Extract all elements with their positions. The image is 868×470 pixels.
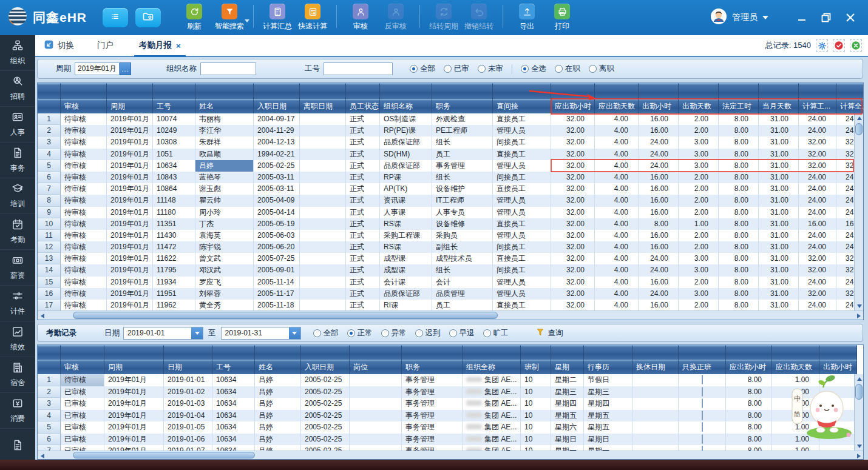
cell-周期[interactable]: 2019年01月 [104, 434, 164, 446]
cell-应出勤小时[interactable]: 32.00 [551, 277, 595, 288]
cell-应出勤小时[interactable]: 32.00 [551, 288, 595, 300]
cell-工号[interactable]: 11351 [153, 218, 195, 230]
cell-星期[interactable]: 星期二 [551, 374, 584, 386]
cell-应出勤天数[interactable]: 4.00 [595, 207, 639, 218]
cell-星期[interactable]: 星期四 [551, 398, 584, 410]
cell-应出勤天数[interactable]: 4.00 [595, 230, 639, 241]
cell-出勤天数[interactable]: 2.00 [679, 277, 719, 288]
cell-组织全称[interactable]: 集团 AE... [463, 421, 521, 434]
row-number[interactable]: 5 [38, 421, 61, 434]
column-header-姓名[interactable]: 姓名 [195, 99, 254, 113]
cell-出勤天数[interactable]: 2.00 [679, 125, 719, 136]
cell-出勤小时[interactable]: 24.00 [639, 288, 679, 300]
cell-姓名[interactable]: 韦丽梅 [195, 113, 254, 125]
cell-应出勤天数[interactable]: 1.00 [772, 434, 819, 446]
cell-工号[interactable]: 11934 [153, 277, 195, 288]
cell-离职日期[interactable] [300, 195, 346, 206]
cell-应出勤小时[interactable]: 32.00 [551, 172, 595, 183]
cell-职务[interactable]: 人事专员 [432, 207, 493, 218]
cell-出勤天数[interactable]: 1.00 [679, 218, 719, 230]
cell-应出勤小时[interactable]: 32.00 [551, 300, 595, 311]
cell-应出勤天数[interactable]: 1.00 [772, 374, 819, 386]
cell-只换正班[interactable] [679, 410, 726, 422]
table2-hscroll-thumb[interactable] [73, 452, 255, 458]
cell-出勤天数[interactable]: 3.00 [679, 288, 719, 300]
cell-审核[interactable]: 待审核 [61, 183, 107, 195]
cell-工号[interactable]: 10634 [212, 410, 255, 422]
cell-姓名[interactable]: 瞿云帅 [195, 195, 254, 206]
cell-离职日期[interactable] [300, 172, 346, 183]
table-row[interactable]: 6待审核2019年01月10843蓝艳琴2005-03-11正式RP课组长间接员… [38, 172, 863, 183]
cell-姓名[interactable]: 蓝艳琴 [195, 172, 254, 183]
cell-当月天数[interactable]: 31.00 [759, 160, 799, 172]
cell-行事历[interactable]: 星期五 [584, 421, 632, 434]
cell-工号[interactable]: 11430 [153, 230, 195, 241]
cell-周期[interactable]: 2019年01月 [107, 113, 153, 125]
cell-当月天数[interactable]: 31.00 [759, 207, 799, 218]
cell-入职日期[interactable]: 2005-02-25 [301, 434, 350, 446]
cell-出勤小时[interactable]: 24.00 [639, 264, 679, 276]
cell-应出勤天数[interactable]: 4.00 [595, 113, 639, 125]
cell-法定工时[interactable]: 8.00 [719, 300, 759, 311]
cell-入职日期[interactable]: 2005-04-14 [254, 207, 300, 218]
cell-出勤小时[interactable]: 16.00 [639, 125, 679, 136]
cell-组织全称[interactable]: 集团 AE... [463, 434, 521, 446]
cell-只换正班[interactable] [679, 421, 726, 434]
cell-出勤天数[interactable]: 2.00 [679, 183, 719, 195]
cell-员工状态[interactable]: 正式 [346, 160, 380, 172]
cell-日期[interactable]: 2019-01-03 [164, 398, 212, 410]
column-header-审核[interactable]: 审核 [61, 99, 107, 113]
cell-审核[interactable]: 待审核 [61, 195, 107, 206]
cell-组织名称[interactable]: RS课 [380, 241, 432, 253]
column-header-班制[interactable]: 班制 [521, 360, 551, 374]
cell-组织名称[interactable]: 采购工程课 [380, 230, 432, 241]
cell-周期[interactable]: 2019年01月 [107, 218, 153, 230]
folder-settings-button[interactable] [135, 8, 161, 27]
swap-shift-checkbox[interactable] [702, 434, 703, 444]
sidebar-item-attendance[interactable]: 考勤 [0, 214, 35, 250]
cell-审核[interactable]: 待审核 [61, 136, 107, 148]
cell-周期[interactable]: 2019年01月 [107, 277, 153, 288]
row-number[interactable]: 4 [38, 410, 61, 422]
cell-姓名[interactable]: 袁海英 [195, 230, 254, 241]
scroll-up-icon[interactable] [855, 374, 864, 383]
cell-职务[interactable]: 事务管理 [432, 160, 493, 172]
cell-当月天数[interactable]: 31.00 [759, 218, 799, 230]
cell-直间接[interactable]: 直接员工 [493, 253, 551, 264]
table-row[interactable]: 9待审核2019年01月11180周小玲2005-04-14正式人事课人事专员管… [38, 207, 863, 218]
radio-state-早退[interactable]: 早退 [449, 328, 475, 338]
column-header-应出勤小时[interactable]: 应出勤小时 [551, 99, 595, 113]
cell-行事历[interactable]: 星期四 [584, 398, 632, 410]
cell-法定工时[interactable]: 8.00 [719, 241, 759, 253]
table-row[interactable]: 11待审核2019年01月11430袁海英2005-06-03正式采购工程课采购… [38, 230, 863, 241]
table1-hscrollbar[interactable] [38, 311, 863, 320]
cell-只换正班[interactable] [679, 398, 726, 410]
cell-入职日期[interactable]: 2005-02-25 [254, 160, 300, 172]
cell-计算工...[interactable]: 24.00 [799, 125, 836, 136]
cell-审核[interactable]: 待审核 [61, 241, 107, 253]
cell-周期[interactable]: 2019年01月 [104, 374, 164, 386]
cell-出勤小时[interactable]: 24.00 [639, 253, 679, 264]
table-row[interactable]: 13待审核2019年01月11622曾文武2005-07-25正式成型课成型技术… [38, 253, 863, 264]
cell-直间接[interactable]: 管理人员 [493, 288, 551, 300]
cell-审核[interactable]: 待审核 [61, 288, 107, 300]
cell-计算工...[interactable]: 32.00 [799, 264, 836, 276]
close-button[interactable] [845, 12, 856, 23]
cell-计算工...[interactable]: 24.00 [799, 172, 836, 183]
cell-离职日期[interactable] [300, 207, 346, 218]
cell-出勤天数[interactable]: 3.00 [679, 136, 719, 148]
cell-星期[interactable]: 星期六 [551, 421, 584, 434]
cell-职务[interactable]: 外观检查 [432, 113, 493, 125]
cell-周期[interactable]: 2019年01月 [107, 230, 153, 241]
cell-组织名称[interactable]: 品质保证部 [380, 288, 432, 300]
cell-星期[interactable]: 星期五 [551, 410, 584, 422]
cell-职务[interactable]: 副组长 [432, 241, 493, 253]
sidebar-item-more[interactable] [0, 429, 35, 460]
cell-出勤小时[interactable]: 16.00 [639, 183, 679, 195]
menu-button[interactable] [103, 8, 128, 27]
column-header-rownum[interactable] [38, 99, 61, 113]
cell-工号[interactable]: 11962 [153, 300, 195, 311]
cell-员工状态[interactable]: 正式 [346, 300, 380, 311]
cell-员工状态[interactable]: 正式 [346, 288, 380, 300]
cell-只换正班[interactable] [679, 434, 726, 446]
